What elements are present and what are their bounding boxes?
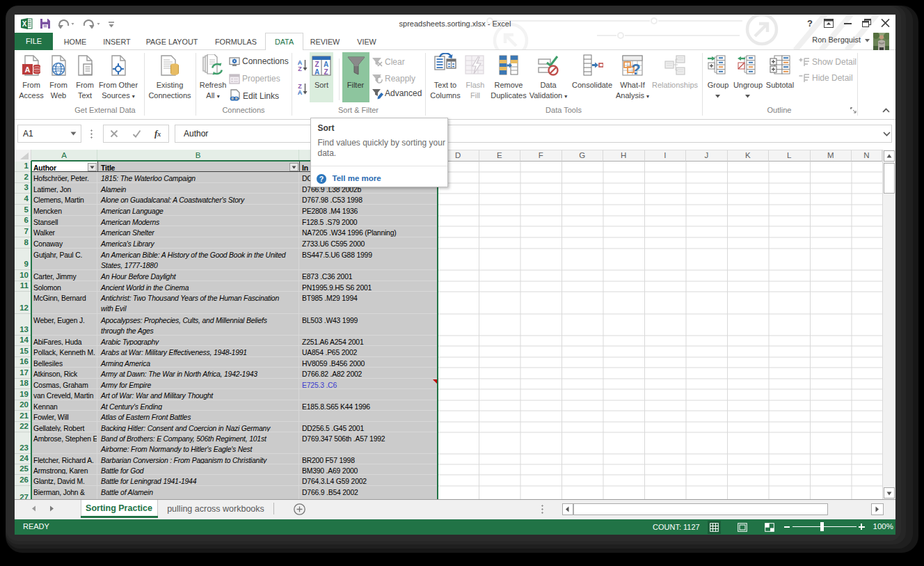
svg-text:?: ? [319, 174, 324, 182]
